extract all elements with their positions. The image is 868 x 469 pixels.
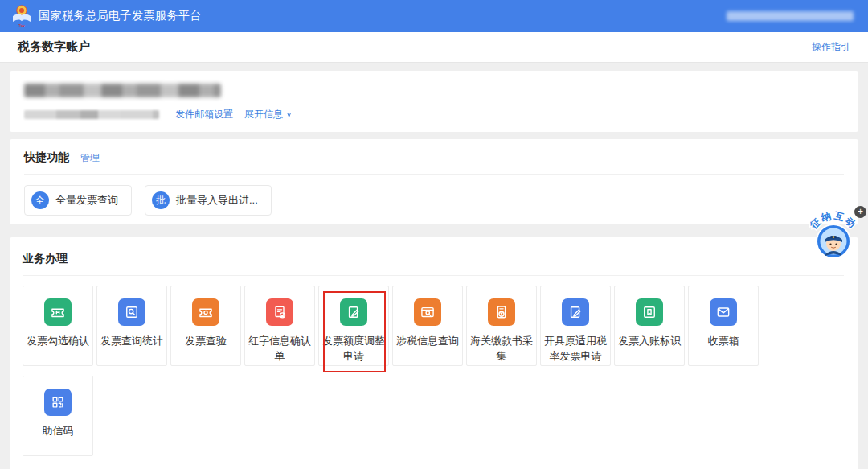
business-item-label: 红字信息确认单 [245,334,314,364]
redacted-taxpayer-id [24,110,159,119]
business-item[interactable]: 发票查验 [170,286,241,366]
business-item-label: 开具原适用税率发票申请 [541,334,610,364]
app-title: 国家税务总局电子发票服务平台 [39,9,202,23]
business-item-label: 海关缴款书采集 [467,334,536,364]
quick-function-button[interactable]: 批 批量导入导出进... [145,185,272,216]
quick-functions-title: 快捷功能 [24,150,69,165]
svg-text:Tax: Tax [18,23,25,28]
tax-info-query-icon [414,298,441,326]
redacted-taxpayer-name [24,84,221,97]
invoice-verify-icon [192,298,219,326]
divider [23,275,844,276]
page-titlebar: 税务数字账户 操作指引 [0,32,868,63]
business-item[interactable]: 开具原适用税率发票申请 [540,286,611,366]
red-letter-confirm-icon [266,298,293,326]
invoice-entry-icon [636,298,663,326]
manage-link[interactable]: 管理 [80,151,100,165]
redacted-user-info [727,11,854,21]
business-item[interactable]: 红字信息确认单 [244,286,315,366]
business-item-label: 收票箱 [705,334,743,349]
quick-function-button[interactable]: 全 全量发票查询 [24,185,132,216]
operation-guide-link[interactable]: 操作指引 [812,40,850,54]
business-item[interactable]: 发票勾选确认 [23,286,93,366]
business-item[interactable]: 发票入账标识 [614,286,685,366]
inbox-icon [710,298,737,326]
invoice-query-icon [118,298,145,326]
interaction-widget[interactable]: 征纳互动 [807,203,860,262]
business-item[interactable]: 助信码 [23,376,93,456]
business-item-label: 发票查询统计 [97,334,166,349]
original-rate-apply-icon [562,298,589,326]
expand-info-link[interactable]: 展开信息 [244,108,283,121]
business-handling-title: 业务办理 [23,252,68,266]
customs-payment-icon [488,298,515,326]
business-item[interactable]: 涉税信息查询 [392,286,463,366]
quick-function-label: 批量导入导出进... [176,193,258,208]
quick-items: 全 全量发票查询 批 批量导入导出进... [24,185,844,216]
quick-function-badge-icon: 全 [31,191,49,209]
chevron-down-icon[interactable]: ∨ [286,111,292,118]
assist-code-icon [44,389,72,416]
business-grid: 发票勾选确认 发票查询统计 发票查验 红字信息确认单 发票额度调整申请 涉税信息… [23,286,770,456]
quick-function-badge-icon: 批 [152,191,170,209]
page-title: 税务数字账户 [18,39,90,55]
business-item[interactable]: 发票查询统计 [96,286,167,366]
business-item[interactable]: 海关缴款书采集 [466,286,537,366]
business-item[interactable]: 收票箱 [688,286,759,366]
business-item-label: 发票查验 [182,334,230,349]
business-item-label: 发票勾选确认 [23,334,92,349]
app-header: Tax 国家税务总局电子发票服务平台 [0,0,868,32]
invoice-select-icon [44,298,72,326]
divider [24,174,844,175]
sender-email-settings-link[interactable]: 发件邮箱设置 [175,108,233,121]
quick-function-label: 全量发票查询 [55,193,118,208]
officer-avatar-icon [816,224,851,259]
business-handling-card: 业务办理 发票勾选确认 发票查询统计 发票查验 红字信息确认单 发票额度调整申请… [10,237,858,469]
plus-button[interactable]: + [854,206,866,218]
taxpayer-info-card: 发件邮箱设置 展开信息 ∨ [10,71,858,132]
business-item-label: 发票额度调整申请 [319,334,388,364]
tax-emblem-icon: Tax [11,4,32,28]
business-item-label: 涉税信息查询 [393,334,462,349]
quick-functions-card: 快捷功能 管理 全 全量发票查询 批 批量导入导出进... [10,139,858,224]
business-item-label: 发票入账标识 [615,334,684,349]
quota-adjust-icon [340,298,367,326]
business-item-highlighted[interactable]: 发票额度调整申请 [318,286,389,366]
business-item-label: 助信码 [39,424,77,439]
